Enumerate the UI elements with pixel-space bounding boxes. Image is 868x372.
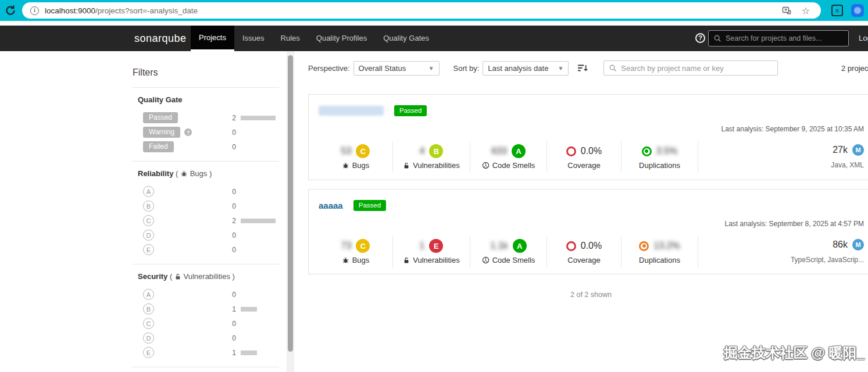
bookmark-star-icon[interactable]: ☆	[802, 5, 810, 16]
rating-e-circle[interactable]: E	[143, 244, 154, 255]
last-analysis-date: Last analysis: September 9, 2025 at 10:3…	[721, 125, 864, 133]
translate-icon[interactable]	[782, 6, 791, 15]
facet-subtitle-bugs: Bugs	[190, 169, 208, 178]
facet-row-security-c[interactable]: C 0	[143, 316, 279, 331]
facet-row-reliability-b[interactable]: B 0	[143, 199, 279, 213]
project-card: aaaaa Passed Last analysis: September 8,…	[308, 189, 868, 274]
code-smells-count[interactable]: 633	[491, 146, 507, 156]
rating-a-circle[interactable]: A	[143, 186, 154, 197]
url-host: localhost:9000	[45, 6, 95, 15]
project-name-redacted[interactable]	[319, 106, 384, 116]
bugs-rating-badge[interactable]: C	[356, 144, 370, 158]
facet-bar-zone	[241, 219, 279, 223]
facet-row-security-b[interactable]: B 1	[143, 302, 279, 316]
metric-coverage: 0.0% Coverage	[547, 236, 621, 267]
refresh-icon[interactable]	[5, 5, 16, 16]
code-smell-icon	[482, 256, 490, 264]
perspective-select[interactable]: Overall Status ▼	[353, 61, 440, 76]
help-icon[interactable]: ?	[695, 33, 705, 43]
facet-row-reliability-a[interactable]: A 0	[143, 184, 279, 199]
global-search-input[interactable]	[726, 34, 844, 42]
tab-quality-profiles[interactable]: Quality Profiles	[308, 26, 375, 51]
metric-bugs: 53C Bugs	[319, 141, 393, 173]
vulnerabilities-count[interactable]: 1	[420, 241, 425, 251]
warning-help-icon[interactable]: ?	[184, 128, 192, 136]
metric-duplications: 3.5% Duplications	[621, 141, 698, 173]
global-search[interactable]	[708, 30, 849, 46]
paren: (	[170, 272, 172, 281]
vulnerabilities-rating-badge[interactable]: E	[429, 239, 443, 253]
bugs-count[interactable]: 53	[341, 146, 352, 156]
facet-quality-gate: Quality Gate Passed 2 Warning ? 0 Failed…	[133, 87, 279, 161]
extension-icon[interactable]: ≡	[831, 5, 843, 16]
duplications-value[interactable]: 13.2%	[653, 241, 680, 251]
bugs-count[interactable]: 73	[341, 241, 352, 251]
rating-e-circle[interactable]: E	[143, 347, 154, 358]
tab-projects[interactable]: Projects	[191, 26, 234, 51]
quality-gate-status-badge: Passed	[353, 200, 386, 211]
tab-quality-gates[interactable]: Quality Gates	[375, 26, 437, 51]
coverage-value[interactable]: 0.0%	[581, 146, 602, 156]
project-search[interactable]	[603, 60, 778, 76]
rating-b-circle[interactable]: B	[143, 201, 154, 212]
browser-bar: i localhost:9000/projects?sort=-analysis…	[0, 0, 868, 21]
rating-c-circle[interactable]: C	[143, 318, 154, 329]
project-search-input[interactable]	[621, 64, 773, 73]
facet-row-reliability-c[interactable]: C 2	[143, 213, 279, 228]
rating-d-circle[interactable]: D	[143, 332, 154, 344]
warning-pill[interactable]: Warning	[143, 127, 180, 138]
filters-title: Filters	[133, 67, 279, 78]
facet-row-warning[interactable]: Warning ? 0	[143, 125, 279, 140]
facet-security: Security ( Vulnerabilities ) A 0 B 1 C	[133, 264, 279, 367]
passed-pill[interactable]: Passed	[143, 112, 178, 123]
coverage-label: Coverage	[567, 256, 600, 264]
watermark: 掘金技术社区 @ 暖阳_	[724, 344, 865, 362]
facet-count: 0	[221, 143, 236, 151]
url-text[interactable]: localhost:9000/projects?sort=-analysis_d…	[45, 6, 198, 15]
facet-maintainability: Maintainability ( Code Smells )	[133, 367, 279, 372]
sort-select[interactable]: Last analysis date ▼	[483, 61, 569, 76]
facet-row-security-a[interactable]: A 0	[143, 287, 279, 302]
languages: TypeScript, JavaScrip...	[791, 256, 864, 264]
facet-bar-zone	[241, 350, 279, 355]
project-name-link[interactable]: aaaaa	[319, 201, 343, 210]
duplications-label: Duplications	[639, 161, 680, 170]
coverage-label: Coverage	[567, 161, 600, 170]
rating-c-circle[interactable]: C	[143, 215, 154, 226]
profile-icon[interactable]	[851, 4, 864, 17]
failed-pill[interactable]: Failed	[143, 141, 174, 152]
duplications-value[interactable]: 3.5%	[656, 146, 677, 156]
facet-row-security-e[interactable]: E 1	[143, 345, 279, 360]
tab-issues[interactable]: Issues	[234, 26, 273, 51]
chevron-down-icon: ▼	[428, 65, 434, 71]
code-smells-rating-badge[interactable]: A	[512, 144, 526, 158]
vulnerabilities-rating-badge[interactable]: B	[429, 144, 443, 158]
metrics-row: 73C Bugs 1E Vulnerabilities 1.1kA Code S…	[319, 236, 868, 267]
facet-row-security-d[interactable]: D 0	[143, 331, 279, 345]
vulnerabilities-count[interactable]: 4	[420, 146, 425, 156]
site-info-icon[interactable]: i	[30, 6, 39, 15]
facet-row-passed[interactable]: Passed 2	[143, 110, 279, 125]
code-smells-rating-badge[interactable]: A	[513, 239, 527, 253]
login-link[interactable]: Log in	[859, 26, 868, 51]
tab-rules[interactable]: Rules	[273, 26, 308, 51]
facet-row-reliability-d[interactable]: D 0	[143, 228, 279, 242]
code-smells-label: Code Smells	[492, 256, 535, 264]
facet-row-reliability-e[interactable]: E 0	[143, 242, 279, 257]
rating-a-circle[interactable]: A	[143, 289, 154, 300]
bugs-label: Bugs	[352, 256, 370, 264]
sonarqube-logo[interactable]: sonarqube	[134, 26, 187, 51]
scrollbar-thumb[interactable]	[288, 55, 293, 352]
bugs-rating-badge[interactable]: C	[356, 239, 370, 253]
chevron-down-icon: ▼	[558, 65, 563, 71]
sort-direction-icon[interactable]	[577, 63, 588, 73]
rating-d-circle[interactable]: D	[143, 230, 154, 241]
rating-b-circle[interactable]: B	[143, 303, 154, 314]
facet-row-failed[interactable]: Failed 0	[143, 140, 279, 154]
code-smells-count[interactable]: 1.1k	[490, 241, 508, 251]
coverage-value[interactable]: 0.0%	[581, 241, 602, 251]
paren: )	[233, 272, 235, 281]
scrollbar[interactable]	[287, 51, 294, 372]
address-bar[interactable]: i localhost:9000/projects?sort=-analysis…	[22, 2, 821, 19]
vulnerabilities-label: Vulnerabilities	[413, 256, 459, 264]
